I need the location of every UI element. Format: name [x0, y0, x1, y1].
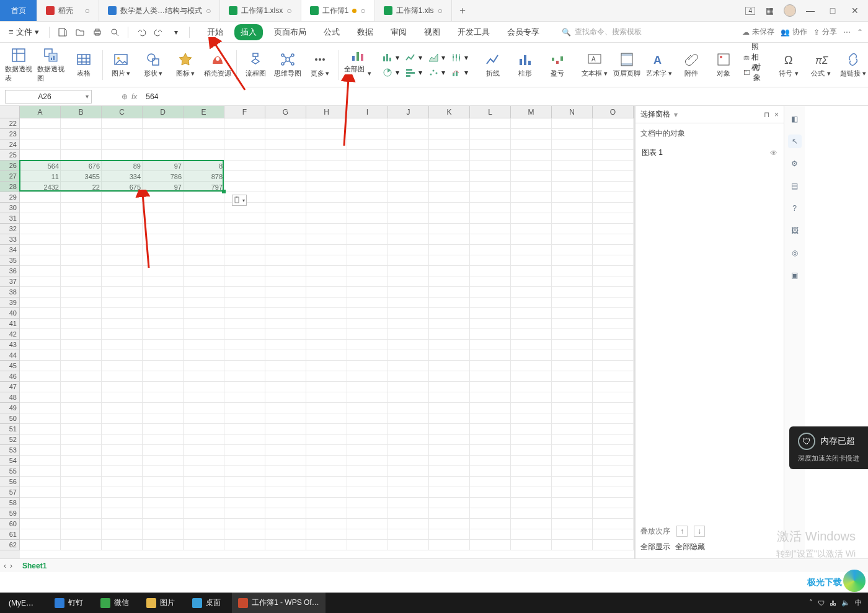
- hbar-chart-icon[interactable]: ▾: [403, 66, 425, 79]
- tab-close-icon[interactable]: ○: [437, 6, 442, 15]
- row-header-39[interactable]: 39: [0, 298, 20, 308]
- row-header-54[interactable]: 54: [0, 456, 20, 466]
- doc-tab-3[interactable]: 工作簿1 ○: [301, 0, 375, 21]
- undo-icon[interactable]: [135, 25, 148, 39]
- tray-up-icon[interactable]: ˄: [809, 599, 813, 607]
- close-window-button[interactable]: ✕: [847, 6, 863, 15]
- col-header-E[interactable]: E: [184, 106, 224, 118]
- ribbon-页眉页脚-button[interactable]: 页眉页脚: [611, 45, 643, 85]
- doc-tab-0[interactable]: 稻壳 ○: [37, 0, 99, 21]
- row-header-45[interactable]: 45: [0, 361, 20, 371]
- ribbon-iconlib-button[interactable]: 图标 ▾: [169, 45, 202, 85]
- first-sheet-icon[interactable]: ‹: [4, 562, 6, 570]
- formula-input[interactable]: 564: [137, 92, 868, 101]
- ribbon-文本框-button[interactable]: A文本框 ▾: [578, 45, 611, 85]
- ribbon-pivot-button[interactable]: 数据透视表: [2, 45, 35, 85]
- ribbon-tab-页面布局[interactable]: 页面布局: [268, 24, 312, 40]
- paste-options-button[interactable]: [232, 195, 247, 206]
- row-header-35[interactable]: 35: [0, 255, 20, 266]
- row-header-50[interactable]: 50: [0, 413, 20, 424]
- ribbon-tab-插入[interactable]: 插入: [234, 24, 263, 40]
- stock-chart-icon[interactable]: ▾: [449, 51, 471, 64]
- object-list-item[interactable]: 图表 1 👁: [636, 144, 784, 162]
- row-header-51[interactable]: 51: [0, 424, 20, 434]
- col-header-B[interactable]: B: [61, 106, 102, 118]
- object-button[interactable]: 对象: [741, 66, 766, 79]
- ribbon-allcharts-button[interactable]: 全部图表 ▾: [342, 45, 374, 85]
- ribbon-超链接-button[interactable]: 超链接 ▾: [837, 45, 868, 85]
- tray-network-icon[interactable]: 🖧: [830, 599, 836, 607]
- sparkline-柱形[interactable]: 柱形: [509, 45, 541, 85]
- rail-gallery-icon[interactable]: ◧: [788, 112, 802, 126]
- collab-button[interactable]: 👥 协作: [781, 27, 807, 37]
- combo-chart-icon[interactable]: ▾: [449, 66, 471, 79]
- unsaved-indicator[interactable]: ☁ 未保存: [742, 27, 774, 37]
- tab-close-icon[interactable]: ○: [206, 6, 211, 15]
- taskbar-桌面[interactable]: 桌面: [186, 593, 232, 613]
- ribbon-picture-button[interactable]: 图片 ▾: [105, 45, 137, 85]
- cells-area[interactable]: 5646768997811345533478687824322267597797: [20, 118, 634, 558]
- rail-settings-icon[interactable]: ⚙: [788, 157, 802, 170]
- sheet-tab[interactable]: Sheet1: [16, 560, 53, 571]
- more-icon[interactable]: ⋯: [843, 28, 851, 37]
- command-search[interactable]: 🔍 查找命令、搜索模板: [562, 27, 642, 37]
- row-header-59[interactable]: 59: [0, 508, 20, 519]
- col-header-O[interactable]: O: [593, 106, 634, 118]
- ribbon-daoke-button[interactable]: 稻壳资源: [202, 45, 234, 85]
- collapse-ribbon-icon[interactable]: ⌃: [857, 28, 863, 37]
- col-header-D[interactable]: D: [143, 106, 184, 118]
- rail-location-icon[interactable]: ◎: [788, 246, 802, 260]
- ribbon-ellipsis-button[interactable]: 更多 ▾: [304, 45, 336, 85]
- row-header-32[interactable]: 32: [0, 224, 20, 234]
- add-tab-button[interactable]: ＋: [452, 0, 473, 21]
- name-box[interactable]: A26: [5, 90, 92, 104]
- home-tab[interactable]: 首页: [0, 0, 37, 21]
- row-header-60[interactable]: 60: [0, 519, 20, 529]
- spreadsheet-grid[interactable]: ABCDEFGHIJKLMNO 222324252627282930313233…: [0, 106, 635, 558]
- ribbon-艺术字-button[interactable]: A艺术字 ▾: [643, 45, 675, 85]
- taskbar-图片[interactable]: 图片: [140, 593, 186, 613]
- chevron-down-icon[interactable]: ▾: [674, 110, 678, 119]
- row-header-46[interactable]: 46: [0, 371, 20, 382]
- row-header-40[interactable]: 40: [0, 308, 20, 319]
- fx-icon[interactable]: fx: [131, 92, 137, 101]
- col-header-J[interactable]: J: [388, 106, 429, 118]
- row-header-24[interactable]: 24: [0, 139, 20, 150]
- row-header-56[interactable]: 56: [0, 477, 20, 487]
- rail-template-icon[interactable]: ▤: [788, 179, 802, 193]
- ribbon-tab-审阅[interactable]: 审阅: [384, 24, 413, 40]
- row-header-44[interactable]: 44: [0, 350, 20, 361]
- col-header-L[interactable]: L: [470, 106, 511, 118]
- ribbon-pivotchart-button[interactable]: 数据透视图: [35, 45, 67, 85]
- ribbon-对象-button[interactable]: 对象: [707, 45, 740, 85]
- qa-dropdown-icon[interactable]: ▾: [169, 25, 183, 39]
- ribbon-tab-开始[interactable]: 开始: [201, 24, 229, 40]
- tray-shield-icon[interactable]: 🛡: [818, 599, 825, 607]
- col-header-K[interactable]: K: [429, 106, 470, 118]
- ribbon-符号-button[interactable]: Ω符号 ▾: [773, 45, 805, 85]
- col-header-H[interactable]: H: [306, 106, 347, 118]
- show-all-button[interactable]: 全部显示: [640, 542, 670, 552]
- row-header-34[interactable]: 34: [0, 245, 20, 255]
- taskbar-微信[interactable]: 微信: [94, 593, 140, 613]
- minimize-button[interactable]: —: [802, 6, 818, 15]
- row-header-48[interactable]: 48: [0, 392, 20, 403]
- row-header-42[interactable]: 42: [0, 329, 20, 340]
- line-chart-icon[interactable]: ▾: [403, 51, 425, 64]
- apps-icon[interactable]: ▦: [761, 6, 777, 15]
- share-button[interactable]: ⇪ 分享: [813, 27, 837, 37]
- taskbar-钉钉[interactable]: 钉钉: [48, 593, 94, 613]
- row-header-43[interactable]: 43: [0, 340, 20, 350]
- row-header-53[interactable]: 53: [0, 445, 20, 456]
- sparkline-盈亏[interactable]: 盈亏: [541, 45, 574, 85]
- rail-select-icon[interactable]: ↖: [788, 135, 802, 148]
- close-icon[interactable]: ×: [774, 110, 779, 119]
- selection-handle[interactable]: [222, 190, 226, 193]
- col-header-M[interactable]: M: [511, 106, 552, 118]
- bar-chart-icon[interactable]: ▾: [380, 51, 402, 64]
- row-header-37[interactable]: 37: [0, 276, 20, 287]
- rail-help-icon[interactable]: ?: [788, 201, 802, 215]
- pie-chart-icon[interactable]: ▾: [380, 66, 402, 79]
- select-all-corner[interactable]: [0, 106, 20, 118]
- doc-tab-2[interactable]: 工作簿1.xlsx ○: [220, 0, 301, 21]
